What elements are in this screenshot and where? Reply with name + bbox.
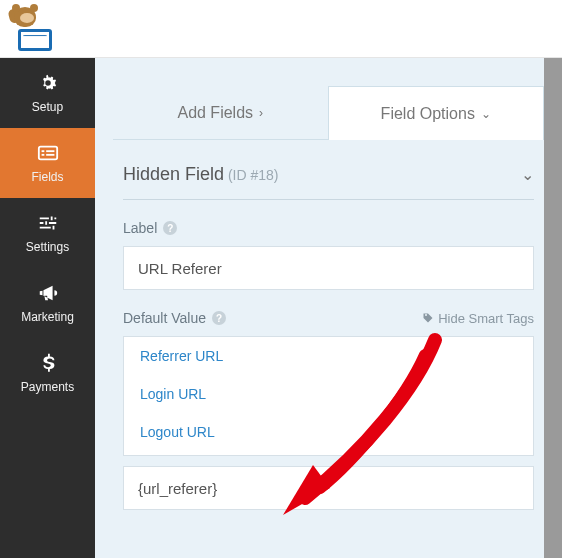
top-bar	[0, 0, 562, 58]
sidebar-item-label: Settings	[26, 240, 69, 254]
sidebar-item-label: Marketing	[21, 310, 74, 324]
svg-rect-0	[38, 147, 56, 160]
svg-rect-1	[41, 150, 44, 152]
suggestion-item[interactable]: Login URL	[124, 375, 533, 413]
help-icon[interactable]: ?	[212, 311, 226, 325]
megaphone-icon	[37, 282, 59, 304]
gear-icon	[37, 72, 59, 94]
sidebar-item-label: Fields	[31, 170, 63, 184]
sidebar-item-setup[interactable]: Setup	[0, 58, 95, 128]
label-input[interactable]	[123, 246, 534, 290]
sidebar-item-marketing[interactable]: Marketing	[0, 268, 95, 338]
chevron-down-icon: ⌄	[521, 165, 534, 184]
right-edge-strip	[544, 58, 562, 558]
hide-smart-tags-link[interactable]: Hide Smart Tags	[422, 311, 534, 326]
svg-rect-3	[41, 154, 44, 156]
svg-rect-4	[46, 154, 54, 156]
suggestion-item[interactable]: Logout URL	[124, 413, 533, 451]
app-logo	[12, 7, 56, 51]
panel: Add Fields › Field Options ⌄ Hidden Fiel…	[95, 58, 562, 558]
sidebar-item-label: Payments	[21, 380, 74, 394]
chevron-down-icon: ⌄	[481, 107, 491, 121]
tag-icon	[422, 312, 434, 324]
list-icon	[37, 142, 59, 164]
section-id: (ID #18)	[228, 167, 279, 183]
svg-rect-2	[46, 150, 54, 152]
sidebar: Setup Fields Settings Marketing Payments	[0, 58, 95, 558]
tab-add-fields[interactable]: Add Fields ›	[113, 86, 328, 140]
suggestion-item[interactable]: Referrer URL	[124, 337, 533, 375]
help-icon[interactable]: ?	[163, 221, 177, 235]
tab-label: Add Fields	[177, 104, 253, 122]
default-value-input[interactable]	[123, 466, 534, 510]
dollar-icon	[37, 352, 59, 374]
label-caption: Label	[123, 220, 157, 236]
sidebar-item-label: Setup	[32, 100, 63, 114]
section-title: Hidden Field	[123, 164, 224, 184]
sidebar-item-fields[interactable]: Fields	[0, 128, 95, 198]
hide-tags-label: Hide Smart Tags	[438, 311, 534, 326]
sliders-icon	[37, 212, 59, 234]
smart-tags-list[interactable]: Referrer URL Login URL Logout URL	[123, 336, 534, 456]
section-header[interactable]: Hidden Field (ID #18) ⌄	[123, 164, 534, 200]
default-value-caption: Default Value	[123, 310, 206, 326]
sidebar-item-settings[interactable]: Settings	[0, 198, 95, 268]
sidebar-item-payments[interactable]: Payments	[0, 338, 95, 408]
chevron-right-icon: ›	[259, 106, 263, 120]
tab-label: Field Options	[381, 105, 475, 123]
tab-field-options[interactable]: Field Options ⌄	[328, 86, 545, 140]
